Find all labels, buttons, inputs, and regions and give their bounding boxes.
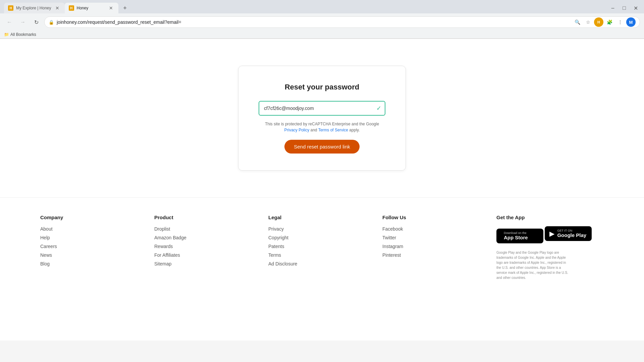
title-bar: H My Explore | Honey ✕ H Honey ✕ + – □ ✕ (0, 0, 644, 13)
footer-app-column: Get the App Download on the App Store ▶ (496, 215, 604, 280)
main-section: Reset your password ✓ This site is prote… (0, 39, 644, 197)
footer-link-blog[interactable]: Blog (40, 261, 148, 266)
google-play-icon: ▶ (549, 230, 554, 238)
app-store-name-label: App Store (504, 235, 528, 240)
reset-title: Reset your password (259, 83, 385, 92)
browser-chrome: H My Explore | Honey ✕ H Honey ✕ + – □ ✕… (0, 0, 644, 39)
address-bar[interactable]: 🔒 🔍 ☆ H 🧩 ⋮ M (44, 16, 640, 28)
footer: Company About Help Careers News Blog Pro… (0, 197, 644, 294)
footer-grid: Company About Help Careers News Blog Pro… (40, 215, 604, 280)
footer-link-instagram[interactable]: Instagram (382, 244, 490, 249)
profile-icon[interactable]: M (626, 17, 636, 27)
send-reset-link-button[interactable]: Send reset password link (284, 140, 360, 154)
address-icons: 🔍 ☆ H 🧩 ⋮ M (573, 17, 636, 27)
forward-button[interactable]: → (17, 17, 28, 27)
tab2-favicon: H (69, 5, 74, 11)
footer-link-news[interactable]: News (40, 252, 148, 258)
app-disclaimer: Google Play and the Google Play logo are… (496, 250, 570, 280)
privacy-policy-link[interactable]: Privacy Policy (284, 128, 310, 132)
honey-extension-icon[interactable]: H (594, 17, 603, 27)
footer-link-facebook[interactable]: Facebook (382, 226, 490, 232)
tab-honey[interactable]: H Honey ✕ (65, 3, 118, 13)
email-input[interactable] (259, 101, 385, 116)
footer-link-copyright[interactable]: Copyright (268, 235, 376, 240)
window-controls: – □ ✕ (608, 4, 640, 12)
bookmark-star-icon[interactable]: ☆ (583, 17, 593, 27)
tab2-title: Honey (77, 6, 105, 10)
captcha-notice: This site is protected by reCAPTCHA Ente… (259, 121, 385, 133)
footer-company-column: Company About Help Careers News Blog (40, 215, 148, 280)
minimize-button[interactable]: – (608, 4, 617, 12)
footer-follow-column: Follow Us Facebook Twitter Instagram Pin… (382, 215, 490, 280)
tab-my-explore[interactable]: H My Explore | Honey ✕ (4, 3, 65, 13)
email-input-wrapper: ✓ (259, 101, 385, 116)
footer-link-twitter[interactable]: Twitter (382, 235, 490, 240)
app-store-badge[interactable]: Download on the App Store (496, 229, 543, 243)
close-button[interactable]: ✕ (631, 4, 640, 12)
reset-card: Reset your password ✓ This site is prote… (238, 66, 406, 171)
tab1-close-button[interactable]: ✕ (54, 5, 61, 11)
google-play-pre-label: GET IT ON (557, 229, 586, 232)
footer-link-help[interactable]: Help (40, 235, 148, 240)
new-tab-button[interactable]: + (120, 3, 130, 13)
browser-menu-icon[interactable]: ⋮ (615, 17, 625, 27)
footer-link-careers[interactable]: Careers (40, 244, 148, 249)
captcha-text: This site is protected by reCAPTCHA Ente… (265, 122, 379, 126)
google-play-badge[interactable]: ▶ GET IT ON Google Play (545, 226, 592, 241)
footer-app-title: Get the App (496, 215, 604, 220)
bookmarks-bar: 📁 All Bookmarks (0, 31, 644, 39)
footer-link-ad-disclosure[interactable]: Ad Disclosure (268, 261, 376, 266)
footer-product-column: Product Droplist Amazon Badge Rewards Fo… (154, 215, 262, 280)
footer-link-droplist[interactable]: Droplist (154, 226, 262, 232)
footer-link-amazon-badge[interactable]: Amazon Badge (154, 235, 262, 240)
address-input[interactable] (57, 19, 570, 25)
captcha-and: and (309, 128, 318, 132)
footer-link-about[interactable]: About (40, 226, 148, 232)
reload-button[interactable]: ↻ (31, 17, 42, 27)
app-store-pre-label: Download on the (504, 231, 528, 235)
maximize-button[interactable]: □ (620, 4, 629, 12)
footer-link-pinterest[interactable]: Pinterest (382, 252, 490, 258)
tab1-favicon: H (8, 5, 13, 11)
bookmarks-folder-icon: 📁 (4, 32, 9, 37)
tab1-title: My Explore | Honey (16, 6, 51, 10)
footer-product-title: Product (154, 215, 262, 220)
footer-link-terms[interactable]: Terms (268, 252, 376, 258)
search-icon[interactable]: 🔍 (573, 17, 582, 27)
bookmarks-label[interactable]: All Bookmarks (10, 32, 36, 37)
footer-link-affiliates[interactable]: For Affiliates (154, 252, 262, 258)
extensions-icon[interactable]: 🧩 (605, 17, 614, 27)
lock-icon: 🔒 (49, 20, 54, 25)
footer-link-rewards[interactable]: Rewards (154, 244, 262, 249)
footer-link-sitemap[interactable]: Sitemap (154, 261, 262, 266)
footer-legal-title: Legal (268, 215, 376, 220)
footer-company-title: Company (40, 215, 148, 220)
tab2-close-button[interactable]: ✕ (108, 5, 114, 11)
email-valid-check-icon: ✓ (376, 105, 381, 112)
footer-follow-title: Follow Us (382, 215, 490, 220)
back-button[interactable]: ← (4, 17, 15, 27)
terms-of-service-link[interactable]: Terms of Service (318, 128, 348, 132)
footer-link-patents[interactable]: Patents (268, 244, 376, 249)
google-play-name-label: Google Play (557, 232, 586, 238)
footer-legal-column: Legal Privacy Copyright Patents Terms Ad… (268, 215, 376, 280)
footer-link-privacy[interactable]: Privacy (268, 226, 376, 232)
page-content: Reset your password ✓ This site is prote… (0, 39, 644, 341)
captcha-apply: apply. (348, 128, 360, 132)
navigation-bar: ← → ↻ 🔒 🔍 ☆ H 🧩 ⋮ M (0, 13, 644, 31)
